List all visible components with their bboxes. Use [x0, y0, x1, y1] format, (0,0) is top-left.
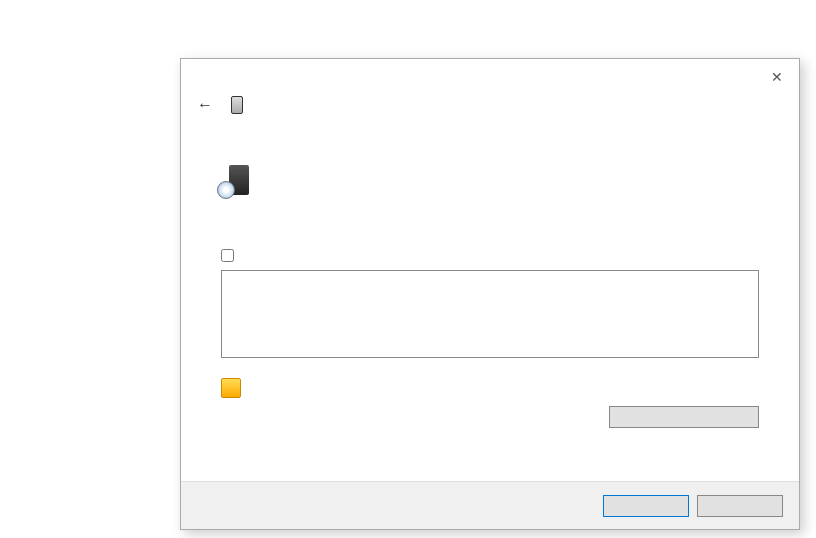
- next-button[interactable]: [603, 495, 689, 517]
- install-from-disk-button[interactable]: [609, 406, 759, 428]
- update-driver-dialog: ✕ ←: [180, 58, 800, 530]
- back-arrow-icon[interactable]: ←: [195, 95, 215, 115]
- phone-icon: [231, 96, 243, 114]
- signed-cert-icon: [221, 378, 241, 398]
- compatible-only-checkbox[interactable]: [221, 249, 234, 262]
- model-listbox[interactable]: [221, 270, 759, 358]
- install-disc-icon: [221, 165, 249, 197]
- close-icon[interactable]: ✕: [767, 67, 787, 87]
- device-manager-tree: [0, 0, 205, 538]
- cancel-button[interactable]: [697, 495, 783, 517]
